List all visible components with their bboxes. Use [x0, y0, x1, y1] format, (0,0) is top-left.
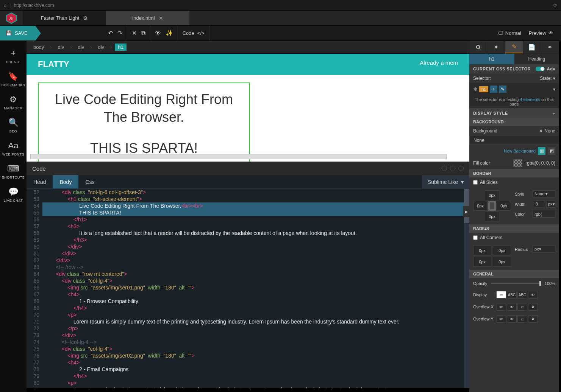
display-opts-opt-0[interactable]: ▭ — [496, 291, 506, 299]
display-opts-opt-1[interactable]: ABC — [507, 291, 517, 299]
sidebar-item-seo[interactable]: 🔍SEO — [8, 118, 19, 133]
border-color-input[interactable]: rgb( — [533, 211, 555, 218]
element-type-tab[interactable]: Heading — [514, 54, 559, 64]
save-button[interactable]: 💾 SAVE — [0, 26, 35, 40]
radius-tl[interactable]: 0px — [473, 246, 491, 255]
file-tab[interactable]: index.html ✕ — [106, 11, 189, 25]
border-left[interactable]: 0px — [473, 201, 488, 211]
sidebar-item-manager[interactable]: ⚙MANAGER — [4, 95, 22, 110]
code-editor[interactable]: 5253545556575859606162636465666768697071… — [27, 189, 469, 388]
border-right[interactable]: 0px — [497, 201, 511, 211]
right-inspector-panel: ⚙ ✦ ✎ 📄 ⚭ h1 Heading CURRENT CSS SELECTO… — [469, 41, 559, 392]
chevron-down-icon[interactable]: ▾ — [553, 87, 555, 92]
code-tab-css[interactable]: Css — [78, 175, 101, 188]
selector-chip[interactable]: h1 — [479, 86, 488, 92]
overflowx-opts-opt-1[interactable]: 👁 — [507, 303, 517, 311]
gear-icon[interactable]: ⚙ — [83, 15, 88, 21]
all-sides-checkbox[interactable]: All Sides — [469, 177, 559, 187]
add-selector-button[interactable]: + — [490, 86, 497, 93]
refresh-icon[interactable]: ⟳ — [553, 3, 557, 8]
all-corners-checkbox[interactable]: All Corners — [469, 233, 559, 243]
border-width-input[interactable]: 0 — [534, 201, 545, 207]
breadcrumb-body[interactable]: body — [30, 44, 47, 51]
overflowx-opts-opt-2[interactable]: ▭ — [517, 303, 527, 311]
minimize-icon[interactable] — [442, 166, 447, 171]
code-content[interactable]: <div class="col-lg-6 col-lg-offset-3"> <… — [42, 189, 469, 388]
border-top[interactable]: 0px — [485, 190, 499, 200]
display-style-header[interactable]: DISPLAY STYLE ⌄ — [469, 108, 559, 118]
border-bottom[interactable]: 0px — [485, 212, 499, 221]
url-text[interactable]: http://stackhive.com — [14, 3, 553, 8]
sidebar-item-live-chat[interactable]: 💬LIVE CHAT — [4, 187, 23, 202]
chevron-down-icon[interactable]: ▾ — [553, 76, 555, 81]
breadcrumb-div[interactable]: div — [95, 44, 107, 51]
puzzle-tab-icon[interactable]: ✦ — [487, 41, 505, 53]
code-scrollbar[interactable] — [464, 189, 469, 388]
color-swatch[interactable] — [513, 159, 522, 167]
border-center[interactable] — [488, 201, 496, 211]
code-tab-head[interactable]: Head — [27, 175, 53, 188]
page-tab-icon[interactable]: 📄 — [523, 41, 541, 53]
normal-mode-button[interactable]: 🖵 Normal — [498, 30, 521, 36]
radius-unit[interactable]: px▾ — [533, 246, 555, 253]
code-toggle[interactable]: Code </> — [178, 26, 209, 40]
overflowy-opts-opt-1[interactable]: 👁 — [507, 315, 517, 323]
star-icon[interactable]: ✱ — [473, 86, 478, 92]
background-value[interactable]: None — [469, 136, 559, 145]
sidebar-item-create[interactable]: +CREATE — [6, 48, 21, 64]
preview-mode-button[interactable]: Preview 👁 — [529, 30, 553, 36]
overflowy-opts-opt-3[interactable]: A — [528, 315, 538, 323]
display-opts-opt-2[interactable]: ABC — [517, 291, 527, 299]
border-width-unit[interactable]: px▾ — [546, 201, 555, 208]
affected-elements-link[interactable]: 4 elements — [520, 97, 540, 102]
overflowx-opts-opt-0[interactable]: 👁 — [496, 303, 506, 311]
sidebar-icon: 🔖 — [8, 72, 18, 81]
code-tab-body[interactable]: Body — [53, 175, 78, 188]
close-icon[interactable]: ✕ — [159, 15, 163, 21]
element-tag-tab[interactable]: h1 — [469, 54, 514, 64]
display-opts-opt-3[interactable]: 👁 — [528, 291, 538, 299]
collapse-arrow-icon[interactable]: ▸ — [463, 206, 469, 217]
logo-tab[interactable]: S! — [0, 11, 23, 25]
adv-toggle[interactable] — [536, 67, 545, 71]
wand-icon[interactable]: ✨ — [166, 30, 173, 37]
sidebar-item-web-fonts[interactable]: AaWEB FONTS — [2, 141, 24, 156]
home-icon[interactable]: ⌂ — [4, 3, 6, 8]
radius-bl[interactable]: 0px — [473, 257, 491, 267]
background-none-button[interactable]: ✕None — [539, 128, 555, 134]
undo-icon[interactable]: ↶ — [108, 30, 113, 37]
overflowy-opts-opt-0[interactable]: 👁 — [496, 315, 506, 323]
settings-tab-icon[interactable]: ⚙ — [469, 41, 487, 53]
project-tab[interactable]: Faster Than Light ⚙ — [23, 11, 106, 25]
overflowx-opts-opt-3[interactable]: A — [528, 303, 538, 311]
link-tab-icon[interactable]: ⚭ — [541, 41, 559, 53]
redo-icon[interactable]: ↷ — [117, 30, 122, 37]
brush-tab-icon[interactable]: ✎ — [505, 41, 523, 53]
bg-mode-2-icon[interactable]: ◩ — [548, 147, 555, 155]
bg-mode-1-icon[interactable]: ▦ — [538, 147, 545, 155]
border-side-selector[interactable]: 0px 0px 0px 0px — [473, 190, 511, 221]
overflowy-opts-opt-2[interactable]: ▭ — [517, 315, 527, 323]
breadcrumb-div[interactable]: div — [55, 44, 67, 51]
border-style-select[interactable]: None ▾ — [533, 190, 555, 198]
preview-scrollbar[interactable] — [30, 154, 447, 159]
opacity-slider[interactable] — [491, 283, 541, 284]
sidebar-icon: ⚙ — [9, 95, 17, 104]
eye-icon[interactable]: 👁 — [155, 30, 161, 37]
sidebar-item-bookmarks[interactable]: 🔖BOOKMARKS — [2, 72, 25, 87]
code-theme-selector[interactable]: Sublime Like ▾ — [422, 175, 469, 188]
copy-icon[interactable]: ⧉ — [141, 30, 145, 37]
delete-icon[interactable]: ✕ — [132, 30, 137, 37]
breadcrumb-h1[interactable]: h1 — [115, 44, 126, 51]
sidebar-item-shortcuts[interactable]: ⌨SHORTCUTS — [2, 164, 25, 179]
selected-h1-element[interactable]: Live Code Editing Right From The Browser… — [38, 82, 250, 162]
edit-selector-button[interactable]: ✎ — [499, 86, 506, 93]
breadcrumb-div[interactable]: div — [75, 44, 88, 51]
radius-br[interactable]: 0px — [493, 257, 511, 267]
maximize-icon[interactable] — [450, 166, 455, 171]
close-pane-icon[interactable] — [458, 166, 464, 171]
radius-corner-selector[interactable]: 0px 0px 0px 0px — [473, 246, 511, 267]
new-background-link[interactable]: New Background — [504, 149, 536, 153]
overflow-x-row: Overflow X 👁👁▭A — [469, 301, 559, 313]
radius-tr[interactable]: 0px — [493, 246, 511, 255]
